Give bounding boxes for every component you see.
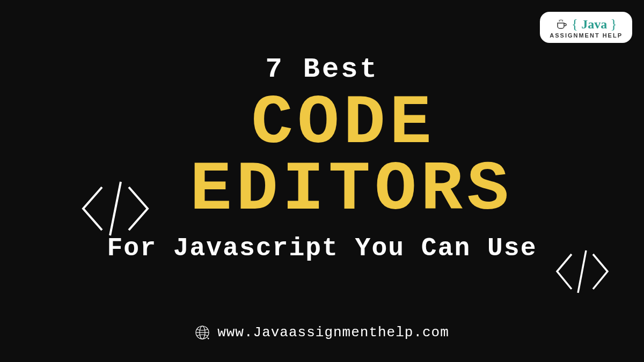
code-editors-heading: CODE EDITORS [0, 91, 644, 223]
heading-word-code: CODE [251, 91, 436, 157]
heading-line1: 7 Best [265, 54, 378, 85]
svg-marker-5 [207, 337, 209, 339]
svg-line-0 [110, 182, 121, 235]
main-content: 7 Best CODE EDITORS For Javascript You C… [0, 54, 644, 263]
footer-url: www.Javaassignmenthelp.com [217, 324, 449, 341]
logo-subtitle: ASSIGNMENT HELP [550, 32, 623, 39]
logo-top-row: { Java } [555, 16, 617, 32]
heading-line3: For Javascript You Can Use [107, 234, 537, 263]
code-tag-icon [78, 176, 153, 243]
footer: www.Javaassignmenthelp.com [0, 324, 644, 341]
heading-word-editors: EDITORS [190, 157, 513, 224]
logo-java-word: Java [581, 17, 607, 32]
brace-open: { [572, 16, 578, 32]
globe-icon [195, 325, 210, 340]
coffee-cup-icon [555, 18, 568, 31]
svg-line-1 [578, 250, 586, 293]
brace-close: } [610, 16, 617, 32]
brand-logo-badge: { Java } ASSIGNMENT HELP [540, 12, 632, 43]
code-tag-icon [553, 246, 612, 300]
